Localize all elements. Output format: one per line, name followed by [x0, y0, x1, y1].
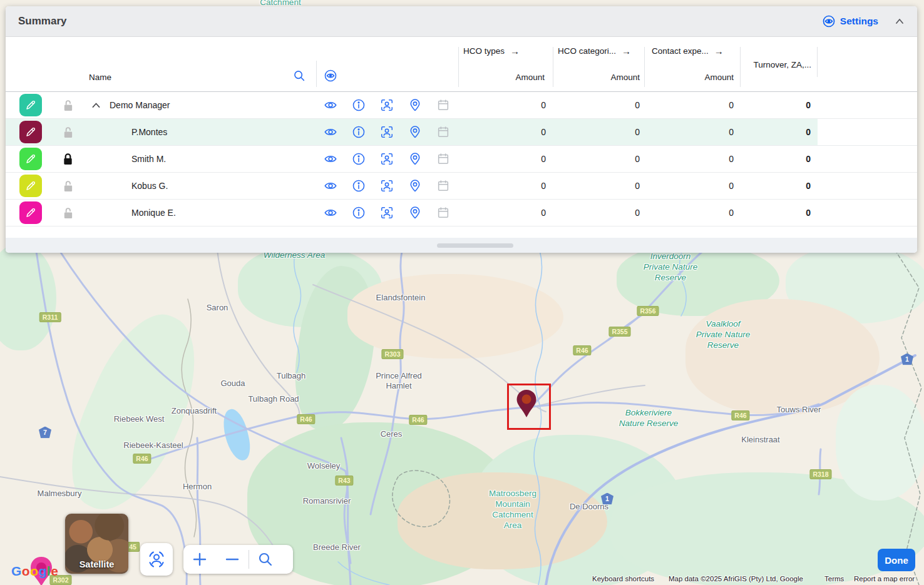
row-name: Demo Manager [110, 100, 170, 110]
google-logo: Google [11, 564, 58, 579]
unlocked-icon[interactable] [62, 99, 74, 112]
search-button[interactable] [292, 69, 306, 83]
map-marker-pin[interactable] [515, 389, 538, 421]
amount-value: 0 [635, 154, 640, 164]
info-icon[interactable] [352, 98, 366, 112]
edit-row-button[interactable] [19, 175, 42, 197]
location-pin-icon[interactable] [408, 206, 422, 220]
table-row[interactable]: P.Montes0000 [6, 119, 917, 146]
keyboard-shortcuts-link[interactable]: Keyboard shortcuts [592, 575, 654, 582]
amount-value: 0 [729, 127, 734, 137]
settings-button[interactable]: Settings [822, 14, 878, 28]
map-place-label: Romansrivier [303, 496, 351, 506]
amount-value: 0 [541, 154, 546, 164]
calendar-icon[interactable] [436, 206, 450, 220]
table-row[interactable]: Monique E.0000 [6, 200, 917, 226]
turnover-value: 0 [806, 181, 811, 191]
report-map-error-link[interactable]: Report a map error [854, 575, 915, 582]
edit-row-button[interactable] [19, 148, 42, 170]
panel-collapse-chevron[interactable] [893, 15, 906, 28]
map-search-button[interactable] [249, 545, 282, 574]
map-place-label: Tulbagh Road [248, 394, 299, 404]
divider [740, 47, 741, 87]
calendar-icon[interactable] [436, 152, 450, 166]
amount-value: 0 [541, 127, 546, 137]
map-place-label: Zonquasdrift [172, 406, 217, 416]
zoom-control-bar [183, 545, 293, 574]
expand-column-arrow-icon[interactable]: → [510, 46, 520, 56]
amount-value: 0 [635, 181, 640, 191]
edit-row-button[interactable] [19, 121, 42, 143]
calendar-icon[interactable] [436, 125, 450, 139]
zoom-in-button[interactable] [183, 545, 216, 574]
profile-focus-icon[interactable] [380, 125, 394, 139]
view-icon[interactable] [324, 98, 337, 112]
amount-value: 0 [541, 100, 546, 110]
view-icon[interactable] [324, 179, 337, 193]
profile-focus-icon[interactable] [380, 152, 394, 166]
view-icon[interactable] [324, 206, 337, 220]
location-pin-icon[interactable] [408, 152, 422, 166]
road-badge: R318 [809, 469, 831, 479]
eye-circle-icon [324, 69, 337, 83]
unlocked-icon[interactable] [62, 206, 74, 220]
horizontal-scrollbar[interactable] [437, 243, 513, 248]
info-icon[interactable] [352, 179, 366, 193]
satellite-label: Satellite [65, 559, 128, 569]
profile-focus-icon[interactable] [380, 206, 394, 220]
search-icon [257, 551, 274, 567]
info-icon[interactable] [352, 206, 366, 220]
turnover-value: 0 [806, 127, 811, 137]
map-area-label: Bokkeriviere Nature Reserve [619, 408, 679, 429]
profile-focus-icon[interactable] [380, 98, 394, 112]
view-icon[interactable] [324, 125, 337, 139]
calendar-icon[interactable] [436, 179, 450, 193]
unlocked-icon[interactable] [62, 126, 74, 139]
road-badge: R46 [409, 415, 427, 425]
expand-column-arrow-icon[interactable]: → [622, 46, 631, 56]
table-header: HCO types → HCO categori... → Contact ex… [6, 37, 917, 92]
locked-icon[interactable] [62, 153, 74, 166]
unlocked-icon[interactable] [62, 180, 74, 193]
info-icon[interactable] [352, 152, 366, 166]
pegman-locate-button[interactable] [140, 543, 173, 576]
column-header-turnover: Turnover, ZA,... [753, 60, 811, 69]
column-header-amount: Amount [610, 73, 640, 82]
road-badge: R311 [39, 312, 61, 322]
summary-panel: Summary Settings HCO types → HC [6, 6, 917, 253]
location-pin-icon[interactable] [408, 98, 422, 112]
zoom-out-button[interactable] [216, 545, 249, 574]
edit-row-button[interactable] [19, 201, 42, 224]
map-place-label: Hermon [183, 482, 212, 492]
column-header-name: Name [89, 73, 111, 82]
map-place-label: Breede River [313, 542, 361, 552]
collapse-row-chevron[interactable] [91, 100, 101, 111]
row-name: Smith M. [131, 154, 166, 164]
edit-row-button[interactable] [19, 94, 42, 116]
map-place-label: Kleinstraat [741, 435, 779, 445]
location-pin-icon[interactable] [408, 179, 422, 193]
table-row[interactable]: Kobus G.0000 [6, 173, 917, 200]
location-pin-icon[interactable] [408, 125, 422, 139]
satellite-toggle[interactable]: Satellite [65, 514, 128, 574]
turnover-value: 0 [806, 208, 811, 218]
panel-titlebar: Summary Settings [6, 6, 917, 37]
info-icon[interactable] [352, 125, 366, 139]
calendar-icon[interactable] [436, 98, 450, 112]
road-badge: R355 [608, 327, 630, 337]
road-badge: R43 [335, 476, 353, 486]
view-icon[interactable] [324, 152, 337, 166]
table-row[interactable]: Demo Manager0000 [6, 92, 917, 119]
visibility-column-button[interactable] [324, 69, 337, 83]
map-place-label: Malmesbury [38, 489, 82, 499]
amount-value: 0 [635, 127, 640, 137]
divider [644, 47, 645, 87]
column-group-contact: Contact expe... → [652, 46, 724, 56]
table-body: Demo Manager0000P.Montes0000Smith M.0000… [6, 92, 917, 226]
done-button[interactable]: Done [878, 549, 915, 571]
terms-link[interactable]: Terms [824, 575, 844, 582]
map-place-label: Ceres [381, 429, 403, 439]
profile-focus-icon[interactable] [380, 179, 394, 193]
expand-column-arrow-icon[interactable]: → [714, 46, 724, 56]
table-row[interactable]: Smith M.0000 [6, 146, 917, 173]
